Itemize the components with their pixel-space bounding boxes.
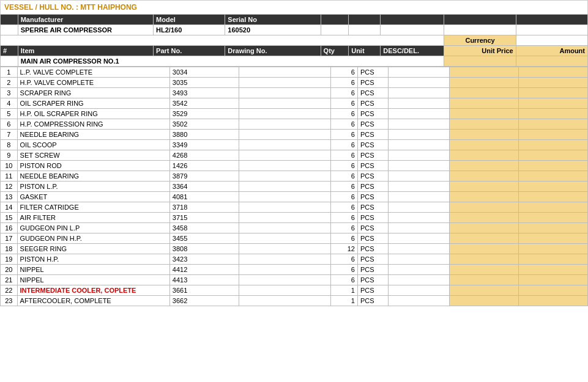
table-row: 3SCRAPER RING34936PCS (1, 88, 588, 98)
row-partno: 3661 (169, 285, 239, 296)
row-unit: PCS (357, 78, 388, 88)
row-drawing (239, 171, 330, 182)
row-num: 21 (1, 275, 18, 285)
row-item: PISTON ROD (17, 161, 169, 171)
row-unitprice (450, 161, 519, 171)
row-partno: 1426 (169, 161, 239, 171)
row-qty: 6 (331, 130, 358, 140)
table-row: 13GASKET40816PCS (1, 192, 588, 202)
row-unit: PCS (357, 161, 388, 171)
section-header-row: MAIN AIR COMPRESSOR NO.1 (1, 56, 588, 67)
table-row: 6H.P. COMPRESSION RING35026PCS (1, 119, 588, 130)
row-partno: 3542 (169, 98, 239, 109)
row-amount (519, 275, 588, 285)
table-row: 16GUDGEON PIN L.P34586PCS (1, 223, 588, 233)
row-drawing (239, 150, 330, 161)
table-row: 20NIPPEL44126PCS (1, 265, 588, 275)
row-item: SCRAPER RING (17, 88, 169, 98)
row-num: 12 (1, 182, 18, 192)
row-desc (389, 275, 450, 285)
row-unitprice (450, 109, 519, 119)
row-desc (389, 202, 450, 213)
row-partno: 3364 (169, 182, 239, 192)
row-desc (389, 119, 450, 130)
row-qty: 12 (331, 244, 358, 254)
row-drawing (239, 296, 330, 306)
row-unit: PCS (357, 254, 388, 265)
empty-cell4 (381, 15, 444, 25)
table-row: 22INTERMEDIATE COOLER, COPLETE36611PCS (1, 285, 588, 296)
row-desc (389, 171, 450, 182)
row-num: 5 (1, 109, 18, 119)
row-partno: 3718 (169, 202, 239, 213)
row-amount (519, 88, 588, 98)
empty-cell4 (381, 25, 444, 35)
row-unit: PCS (357, 275, 388, 285)
row-unitprice (450, 202, 519, 213)
row-desc (389, 109, 450, 119)
row-unitprice (450, 182, 519, 192)
col-unitprice-header: Unit Price (444, 46, 516, 56)
table-row: 14FILTER CATRIDGE37186PCS (1, 202, 588, 213)
row-unit: PCS (357, 171, 388, 182)
row-drawing (239, 275, 330, 285)
row-unitprice (450, 192, 519, 202)
table-row: 15AIR FILTER37156PCS (1, 213, 588, 223)
row-amount (519, 161, 588, 171)
row-qty: 6 (331, 150, 358, 161)
row-unit: PCS (357, 223, 388, 233)
row-amount (519, 78, 588, 88)
row-amount (519, 67, 588, 78)
row-qty: 6 (331, 171, 358, 182)
table-row: 8OIL SCOOP33496PCS (1, 140, 588, 150)
row-unit: PCS (357, 88, 388, 98)
row-partno: 3034 (169, 67, 239, 78)
empty-cell6 (516, 15, 587, 25)
row-unitprice (450, 296, 519, 306)
table-row: 11NEEDLE BEARING38796PCS (1, 171, 588, 182)
row-qty: 6 (331, 78, 358, 88)
row-qty: 1 (331, 285, 358, 296)
row-unitprice (450, 223, 519, 233)
row-partno: 3715 (169, 213, 239, 223)
row-drawing (239, 161, 330, 171)
row-partno: 3662 (169, 296, 239, 306)
row-partno: 3458 (169, 223, 239, 233)
row-unitprice (450, 150, 519, 161)
col-drawing-header: Drawing No. (225, 46, 321, 56)
row-desc (389, 254, 450, 265)
table-row: 2H.P. VALVE COMPLETE30356PCS (1, 78, 588, 88)
row-item: SEEGER RING (17, 244, 169, 254)
row-item: PISTON H.P. (17, 254, 169, 265)
row-partno: 3493 (169, 88, 239, 98)
row-qty: 6 (331, 213, 358, 223)
row-num: 1 (1, 67, 18, 78)
row-drawing (239, 192, 330, 202)
row-num: 15 (1, 213, 18, 223)
row-drawing (239, 109, 330, 119)
table-row: 18SEEGER RING380812PCS (1, 244, 588, 254)
row-unitprice (450, 213, 519, 223)
row-unit: PCS (357, 150, 388, 161)
row-desc (389, 244, 450, 254)
table-row: 17GUDGEON PIN H.P.34556PCS (1, 233, 588, 244)
row-amount (519, 98, 588, 109)
row-drawing (239, 88, 330, 98)
row-amount (519, 192, 588, 202)
row-drawing (239, 254, 330, 265)
row-num: 23 (1, 296, 18, 306)
row-num: 17 (1, 233, 18, 244)
row-qty: 6 (331, 109, 358, 119)
currency-label: Currency (444, 35, 516, 46)
row-drawing (239, 67, 330, 78)
empty-cell (1, 56, 18, 67)
row-qty: 6 (331, 119, 358, 130)
empty-cell5 (444, 15, 516, 25)
row-drawing (239, 285, 330, 296)
row-drawing (239, 140, 330, 150)
row-num: 10 (1, 161, 18, 171)
row-amount (519, 171, 588, 182)
row-drawing (239, 213, 330, 223)
row-num: 3 (1, 88, 18, 98)
row-unit: PCS (357, 265, 388, 275)
